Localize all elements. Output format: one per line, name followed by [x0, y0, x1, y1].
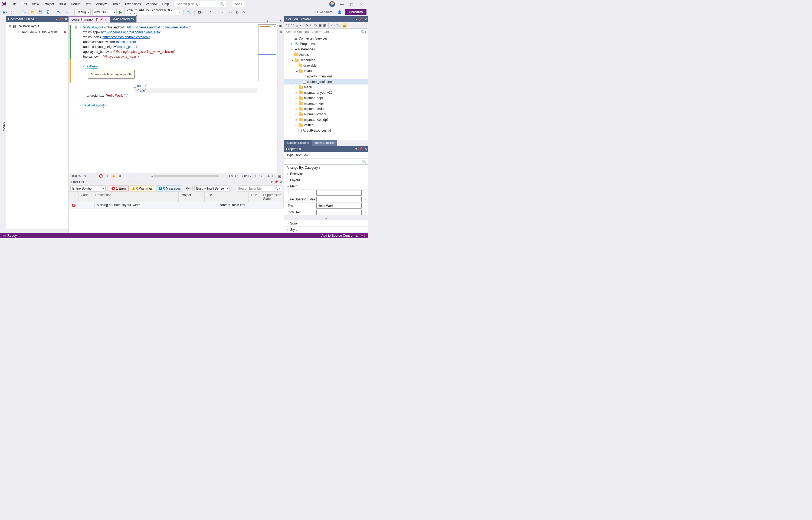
col-desc[interactable]: Description	[93, 192, 179, 202]
undo-button[interactable]: ↶▾	[55, 10, 62, 15]
tree-mipmap-xhdpi[interactable]: ▷mipmap-xhdpi	[284, 106, 368, 111]
prop-lse-input[interactable]	[316, 197, 362, 202]
messages-filter-pill[interactable]: i0 Messages	[156, 185, 183, 191]
save-button[interactable]: 💾	[37, 10, 44, 15]
tree-resources[interactable]: ◢Resources	[284, 57, 368, 63]
sol-tb-7[interactable]: ▬	[342, 23, 347, 28]
menu-tools[interactable]: Tools	[110, 1, 122, 7]
sol-tb-1[interactable]: ▾	[299, 24, 301, 27]
menu-file[interactable]: File	[9, 1, 19, 7]
col-line[interactable]: Line	[249, 192, 261, 202]
sol-wrench-icon[interactable]: 🔧	[336, 24, 340, 27]
panel-dropdown-icon[interactable]: ▾	[56, 17, 57, 21]
solution-name[interactable]: App7	[232, 1, 245, 7]
menu-edit[interactable]: Edit	[19, 1, 29, 7]
tree-menu[interactable]: ▷menu	[284, 84, 368, 90]
sol-tb-4[interactable]: ▣	[318, 24, 321, 27]
sol-home-icon[interactable]: ⌂	[296, 24, 298, 27]
sol-tb-2[interactable]: ⟳	[306, 24, 308, 27]
tab-mainactivity[interactable]: MainActivity.cs	[110, 16, 137, 23]
nav-next-icon[interactable]: →	[141, 174, 144, 178]
nav-prev-icon[interactable]: ←	[134, 174, 137, 178]
tb-icon-6[interactable]: ⚙	[241, 10, 246, 15]
menu-project[interactable]: Project	[42, 1, 56, 7]
sol-fwd-icon[interactable]: ◯	[291, 24, 294, 27]
menu-debug[interactable]: Debug	[69, 1, 83, 7]
tb-extra-1[interactable]: 🔧	[186, 10, 192, 15]
source-control-arrow-icon[interactable]: ▴	[356, 234, 358, 237]
tree-properties[interactable]: ▷🔧Properties	[284, 41, 368, 47]
menu-analyze[interactable]: Analyze	[94, 1, 110, 7]
props-pin-icon[interactable]: 📌	[359, 147, 363, 151]
zoom-dropdown-icon[interactable]: ▾	[84, 174, 86, 178]
live-share-button[interactable]: ⇪ Live Share	[313, 10, 333, 15]
props-close-icon[interactable]: ✕	[364, 147, 367, 151]
tb-icon-3[interactable]: ▭	[221, 10, 226, 15]
prop-lse-menu[interactable]: ▫	[363, 198, 367, 201]
side-btn-3[interactable]: ▣	[278, 174, 281, 178]
menu-help[interactable]: Help	[160, 1, 171, 7]
error-count[interactable]: 1	[106, 174, 108, 178]
redo-button[interactable]: ↷▾	[63, 10, 70, 15]
cat-behavior[interactable]: ▷Behavior	[284, 171, 368, 177]
tree-activity-main[interactable]: activity_main.xml	[284, 74, 368, 79]
quick-search-input[interactable]: Search (Ctrl+Q) 🔍	[175, 1, 226, 7]
errpanel-pin-icon[interactable]: 📌	[274, 180, 278, 184]
build-intellisense-select[interactable]: Build + IntelliSense	[194, 185, 229, 191]
tree-references[interactable]: ▷▪▪References	[284, 47, 368, 52]
tb-icon-2[interactable]: ▭	[214, 10, 220, 15]
prop-toolstext-menu[interactable]: ▫	[363, 210, 367, 214]
save-all-button[interactable]: 🗄	[45, 10, 51, 15]
zoom-level[interactable]: 100 %	[72, 174, 81, 178]
tab-content-main[interactable]: content_main.xml* 📌 ✕	[69, 16, 110, 23]
prop-text-input[interactable]	[316, 203, 362, 209]
tree-mipmap-xxhdpi[interactable]: ▷mipmap-xxhdpi	[284, 111, 368, 117]
tree-mipmap-anydpi[interactable]: ▷mipmap-anydpi-v26	[284, 90, 368, 95]
sol-tb-3[interactable]: ⇆	[310, 24, 313, 27]
editor-hscroll-thumb[interactable]	[154, 175, 219, 177]
side-btn-2[interactable]: ⊞	[279, 30, 282, 33]
clear-filter-button[interactable]: ✖▾	[184, 186, 191, 191]
config-select[interactable]: Debug	[75, 9, 91, 15]
warnings-filter-pill[interactable]: 0 Warnings	[130, 185, 155, 191]
tree-assets[interactable]: Assets	[284, 52, 368, 57]
minimize-button[interactable]: —	[339, 2, 345, 6]
errpanel-close-icon[interactable]: ✕	[280, 180, 283, 184]
solution-search-input[interactable]: Search Solution Explorer (Ctrl+;) 🔍▾	[284, 29, 368, 35]
tree-about-resources[interactable]: AboutResources.txt	[284, 128, 368, 133]
menu-build[interactable]: Build	[57, 1, 68, 7]
arrange-by-row[interactable]: Arrange By: Category ▾	[284, 165, 368, 171]
tree-mipmap-xxxhdpi[interactable]: ▷mipmap-xxxhdpi	[284, 117, 368, 123]
cat-scroll[interactable]: ▷Scroll	[284, 220, 368, 227]
pin-icon[interactable]: 📌	[59, 17, 63, 21]
status-output-icon[interactable]: ▭	[3, 234, 6, 237]
menu-window[interactable]: Window	[144, 1, 160, 7]
target-select[interactable]: Pixel_2_API_29 (Android 10.0 - API 29)	[124, 9, 181, 15]
errpanel-drop-icon[interactable]: ▾	[271, 180, 273, 184]
user-avatar[interactable]	[329, 1, 335, 7]
errors-filter-pill[interactable]: ✕1 Error	[109, 185, 129, 191]
line-ending[interactable]: CRLF	[266, 174, 274, 178]
prop-id-menu[interactable]: ▫	[363, 191, 367, 195]
open-button[interactable]: 📂	[29, 10, 36, 15]
menu-extensions[interactable]: Extensions	[123, 1, 143, 7]
tab-solution-explorer[interactable]: Solution Explorer	[284, 140, 312, 146]
prop-text-menu[interactable]: ▪	[363, 204, 367, 208]
cat-layout[interactable]: ▷Layout	[284, 177, 368, 183]
maximize-button[interactable]: ▢	[348, 2, 355, 6]
prop-toolstext-input[interactable]	[316, 210, 362, 215]
cat-main[interactable]: ◢Main	[284, 183, 368, 189]
sol-close-icon[interactable]: ✕	[364, 17, 367, 21]
sol-refresh-icon[interactable]: ↻	[314, 24, 317, 27]
error-row[interactable]: ✕ Missing attribute: layout_width conten…	[69, 202, 284, 209]
tb-icon-5[interactable]: ◐	[235, 10, 240, 15]
tree-values[interactable]: ▷values	[284, 123, 368, 128]
props-expand-more[interactable]: ⌄	[284, 215, 368, 220]
panel-close-icon[interactable]: ✕	[65, 17, 67, 21]
toolbox-tab[interactable]: Toolbox	[0, 16, 6, 233]
feedback-button[interactable]: 👤	[336, 10, 343, 15]
tb-pic-button[interactable]: 🖼▾	[197, 10, 204, 15]
menu-test[interactable]: Test	[83, 1, 93, 7]
sol-pin-icon[interactable]: 📌	[359, 17, 363, 21]
indent-mode[interactable]: SPC	[255, 174, 262, 178]
